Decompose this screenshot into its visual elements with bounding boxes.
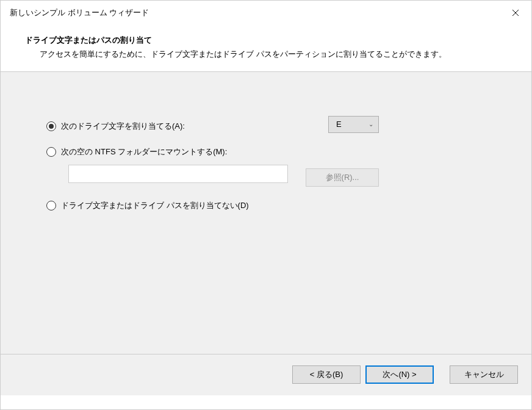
browse-button: 参照(R)...: [306, 168, 379, 187]
radio-assign-letter[interactable]: [46, 121, 56, 131]
page-description: アクセスを簡単にするために、ドライブ文字またはドライブ パスをパーティションに割…: [25, 48, 513, 60]
mount-path-input[interactable]: [68, 165, 288, 183]
window-title: 新しいシンプル ボリューム ウィザード: [10, 7, 149, 18]
chevron-down-icon: ⌄: [368, 121, 373, 128]
label-no-assign: ドライブ文字またはドライブ パスを割り当てない(D): [61, 200, 249, 211]
label-mount-folder: 次の空の NTFS フォルダーにマウントする(M):: [61, 146, 227, 157]
titlebar: 新しいシンプル ボリューム ウィザード: [1, 1, 531, 25]
drive-letter-dropdown[interactable]: E ⌄: [328, 116, 379, 133]
drive-letter-value: E: [336, 120, 342, 129]
radio-no-assign[interactable]: [46, 201, 56, 210]
option-no-assign: ドライブ文字またはドライブ パスを割り当てない(D): [46, 200, 489, 211]
page-title: ドライブ文字またはパスの割り当て: [25, 35, 513, 46]
cancel-button[interactable]: キャンセル: [450, 365, 518, 384]
label-assign-letter: 次のドライブ文字を割り当てる(A):: [61, 121, 185, 132]
option-assign-letter: 次のドライブ文字を割り当てる(A):: [46, 121, 489, 132]
back-button[interactable]: < 戻る(B): [292, 365, 361, 384]
next-button[interactable]: 次へ(N) >: [365, 365, 434, 384]
close-button[interactable]: [500, 1, 531, 25]
nav-button-group: < 戻る(B) 次へ(N) >: [292, 365, 434, 384]
wizard-content: 次のドライブ文字を割り当てる(A): E ⌄ 次の空の NTFS フォルダーにマ…: [1, 72, 531, 354]
radio-mount-folder[interactable]: [46, 147, 56, 157]
wizard-header: ドライブ文字またはパスの割り当て アクセスを簡単にするために、ドライブ文字または…: [1, 25, 531, 72]
option-mount-folder: 次の空の NTFS フォルダーにマウントする(M):: [46, 146, 489, 157]
wizard-footer: < 戻る(B) 次へ(N) > キャンセル: [1, 354, 531, 395]
close-icon: [512, 9, 519, 16]
